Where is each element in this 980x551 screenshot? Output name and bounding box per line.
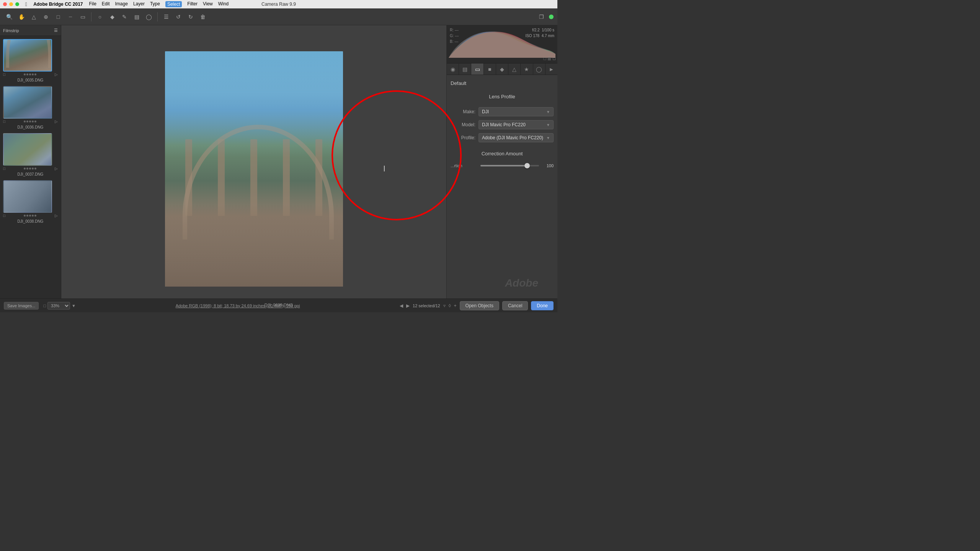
distortion-slider-track[interactable] [480,165,539,166]
model-label: Model: [451,122,475,127]
film-label-3: DJI_0037.DNG [3,172,58,176]
film-badge-icon-4: □ [3,214,5,218]
prev-arrow[interactable]: ◀ [400,303,403,308]
right-panel: R: --- G: --- B: --- f/2.2 1/100 s ISO 1… [446,25,557,312]
crop-tool[interactable]: □ [53,11,64,22]
color-sampler-tool[interactable]: ⊕ [41,11,51,22]
tab-color[interactable]: ◆ [496,64,508,75]
preferences-icon[interactable]: ☰ [161,11,172,22]
tab-effects[interactable]: ★ [521,64,533,75]
highlight-circle [332,90,462,220]
save-images-button[interactable]: Save Images... [4,302,39,310]
fullscreen-icon[interactable]: ❐ [536,11,547,22]
tab-tone[interactable]: ▤ [459,64,471,75]
filmstrip-title: Filmstrip [3,28,19,33]
menu-file[interactable]: File [89,1,96,7]
menu-filter[interactable]: Filter [187,1,198,7]
tab-basic[interactable]: ◉ [447,64,459,75]
filmstrip-item-1[interactable]: □ ▷ DJI_0035.DNG [3,39,58,82]
app-container: 🔍 ✋ △ ⊕ □ ┈ ▭ ○ ◆ ✎ ▤ ◯ ☰ ↺ ↻ 🗑 ❐ Filmst… [0,8,557,312]
panel-icons: □ ☰ □ [544,56,555,61]
add-icon[interactable]: + [454,303,457,308]
done-button[interactable]: Done [531,301,554,310]
profile-row: Profile: Adobe (DJI Mavic Pro FC220) ▼ [451,133,554,142]
film-dots-4 [24,215,36,217]
filmstrip-item-3[interactable]: □ ▷ DJI_0037.DNG [3,133,58,176]
film-action-icon: ▷ [55,72,58,77]
filter-icon-1[interactable]: ▿ [443,303,446,308]
close-button[interactable] [3,2,7,6]
film-label-1: DJI_0035.DNG [3,78,58,82]
make-row: Make: DJI ▼ [451,107,554,116]
retouch-tool[interactable]: ○ [95,11,105,22]
panel-icon-1[interactable]: □ [544,56,546,61]
filmstrip-item-2[interactable]: □ ▷ DJI_0036.DNG [3,86,58,129]
film-item-1-icons: □ ▷ [3,72,58,77]
panel-content: Default Lens Profile Make: DJI ▼ Model: [447,75,557,312]
tab-lens[interactable]: ▭ [471,64,483,75]
menu-wind[interactable]: Wind [218,1,229,7]
red-eye-tool[interactable]: ◆ [107,11,118,22]
straighten-tool[interactable]: ┈ [65,11,76,22]
status-indicator [549,15,554,19]
rotate-right-icon[interactable]: ↻ [185,11,196,22]
cancel-button[interactable]: Cancel [502,301,528,310]
maximize-button[interactable] [15,2,19,6]
menu-type[interactable]: Type [150,1,160,7]
profile-dropdown[interactable]: Adobe (DJI Mavic Pro FC220) ▼ [479,133,554,142]
separator-1 [91,12,91,21]
selection-count: 12 selected/12 [413,303,440,308]
zoom-tool[interactable]: 🔍 [4,11,15,22]
menu-items: File Edit Image Layer Type Select Filter… [89,1,229,7]
film-badge-icon-2: □ [3,119,5,124]
tab-detail[interactable]: △ [508,64,521,75]
traffic-lights [3,2,19,6]
menu-layer[interactable]: Layer [133,1,145,7]
profile-chevron-icon: ▼ [546,136,550,140]
film-action-icon-2: ▷ [55,119,58,124]
film-label-4: DJI_0038.DNG [3,219,58,223]
film-thumbnail-1 [3,39,52,72]
distortion-value: 100 [542,163,554,168]
film-label-2: DJI_0036.DNG [3,125,58,129]
zoom-fit-icon[interactable]: □ [43,303,46,308]
window-title: Camera Raw 9.9 [261,0,296,8]
zoom-controls: □ 33% 50% 100% ▼ [43,302,76,310]
menu-image[interactable]: Image [115,1,128,7]
tab-hsl[interactable]: ■ [484,64,496,75]
zoom-dropdown-icon[interactable]: ▼ [72,303,76,308]
apple-menu[interactable]:  [25,1,27,7]
tab-camera[interactable]: ◯ [533,64,546,75]
app-name: Adobe Bridge CC 2017 [33,2,83,7]
rotate-left-icon[interactable]: ↺ [173,11,184,22]
panel-icon-2[interactable]: ☰ [547,56,551,61]
distortion-slider-thumb[interactable] [524,163,530,168]
open-objects-button[interactable]: Open Objects [460,301,499,310]
white-balance-tool[interactable]: △ [28,11,39,22]
delete-icon[interactable]: 🗑 [198,11,208,22]
filter-icon-2[interactable]: ◊ [449,303,451,308]
minimize-button[interactable] [9,2,13,6]
radial-filter[interactable]: ◯ [144,11,154,22]
make-dropdown[interactable]: DJI ▼ [479,107,554,116]
film-item-3-icons: □ ▷ [3,166,58,171]
graduated-filter[interactable]: ▤ [131,11,142,22]
hand-tool[interactable]: ✋ [16,11,27,22]
tab-presets[interactable]: ► [546,64,557,75]
filmstrip-item-4[interactable]: □ ▷ DJI_0038.DNG [3,180,58,223]
model-dropdown[interactable]: DJI Mavic Pro FC220 ▼ [479,120,554,129]
status-filename[interactable]: Adobe RGB (1998); 8 bit; 18.73 by 24.69 … [79,303,397,308]
menu-edit[interactable]: Edit [102,1,110,7]
zoom-select[interactable]: 33% 50% 100% [47,302,70,310]
menu-view[interactable]: View [203,1,213,7]
panel-icon-3[interactable]: □ [553,56,555,61]
toolbar: 🔍 ✋ △ ⊕ □ ┈ ▭ ○ ◆ ✎ ▤ ◯ ☰ ↺ ↻ 🗑 ❐ [0,8,557,25]
bottom-right: ◀ ▶ 12 selected/12 ▿ ◊ + Open Objects Ca… [400,301,554,310]
make-value: DJI [482,109,489,114]
menu-select[interactable]: Select [165,1,182,7]
profile-label: Profile: [451,135,475,140]
adjustment-brush[interactable]: ✎ [119,11,130,22]
next-arrow[interactable]: ▶ [406,303,410,308]
filmstrip-menu-icon[interactable]: ☰ [54,28,58,33]
transform-tool[interactable]: ▭ [77,11,88,22]
